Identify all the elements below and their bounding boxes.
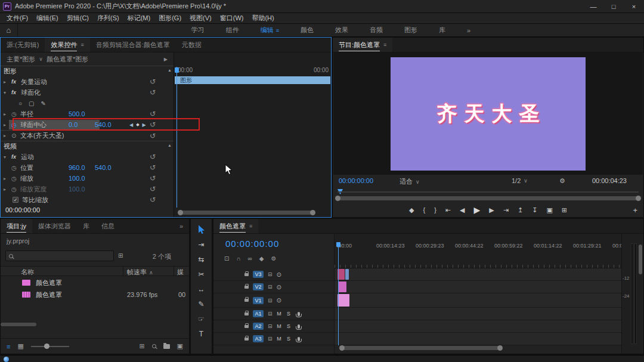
- column-frame-rate[interactable]: 帧速率 ∧: [127, 268, 153, 277]
- search-box[interactable]: [5, 250, 114, 261]
- effect-row-text[interactable]: ▸ ⊙ 文本(齐天大圣) ↺: [1, 130, 174, 141]
- workspace-tab-assembly[interactable]: 组件: [226, 26, 239, 35]
- panel-menu-icon[interactable]: ≡: [383, 42, 386, 48]
- button-editor-button[interactable]: +: [633, 206, 637, 215]
- chevron-right-icon[interactable]: ▸: [4, 133, 11, 138]
- reset-effect-icon[interactable]: ↺: [150, 133, 156, 139]
- automate-to-sequence-button[interactable]: ⊞: [139, 342, 144, 350]
- extract-button[interactable]: ↧: [532, 206, 537, 214]
- track-target-button[interactable]: V2: [253, 283, 264, 290]
- find-button[interactable]: [152, 344, 156, 348]
- icon-view-button[interactable]: ▦: [17, 342, 23, 350]
- effect-row-spherize[interactable]: ▾ fx 球面化 ↺: [1, 87, 174, 98]
- master-clip-dropdown[interactable]: 主要*图形: [7, 55, 35, 64]
- label-color-chip[interactable]: [22, 280, 30, 286]
- track-output-eye-icon[interactable]: ⊙: [277, 271, 281, 278]
- next-keyframe-icon[interactable]: ▶: [143, 122, 146, 128]
- reset-param-icon[interactable]: ↺: [150, 186, 156, 192]
- go-to-in-button[interactable]: ⇤: [445, 206, 451, 214]
- step-forward-button[interactable]: ▶: [489, 206, 494, 214]
- mini-timeline-ruler[interactable]: 00:00 00:00: [178, 67, 329, 75]
- mute-button[interactable]: M: [277, 311, 282, 317]
- timeline-ruler[interactable]: :00:00 00:00:14:23 00:00:29:23 00:00:44:…: [335, 234, 621, 268]
- mute-button[interactable]: M: [277, 336, 282, 342]
- project-row-sequence[interactable]: 颜色遮罩 23.976 fps 00: [1, 289, 189, 301]
- ellipse-mask-icon[interactable]: ○: [18, 100, 22, 107]
- lock-icon[interactable]: [244, 299, 249, 302]
- track-target-button[interactable]: V1: [253, 297, 264, 304]
- reset-param-icon[interactable]: ↺: [150, 175, 156, 181]
- ripple-edit-tool-button[interactable]: ⇆: [196, 255, 208, 264]
- menu-sequence[interactable]: 序列(S): [93, 14, 123, 23]
- sync-lock-icon[interactable]: ⊟: [268, 323, 273, 329]
- new-item-button[interactable]: ▣: [177, 342, 183, 350]
- position-x-value[interactable]: 960.0: [69, 164, 85, 171]
- nest-toggle-icon[interactable]: ⊡: [224, 255, 229, 262]
- lock-icon[interactable]: [244, 325, 249, 328]
- export-frame-button[interactable]: ▣: [546, 206, 552, 214]
- compare-view-button[interactable]: ⊞: [562, 206, 567, 214]
- sync-lock-icon[interactable]: ⊟: [268, 271, 273, 277]
- column-media[interactable]: 媒: [177, 268, 184, 277]
- tab-metadata[interactable]: 元数据: [176, 38, 208, 52]
- stopwatch-icon[interactable]: ◷: [11, 165, 20, 171]
- menu-markers[interactable]: 标记(M): [123, 14, 155, 23]
- menu-graphics[interactable]: 图形(G): [154, 14, 185, 23]
- timeline-clip[interactable]: [345, 269, 349, 280]
- collapse-icon[interactable]: ▲: [168, 68, 172, 72]
- panel-menu-icon[interactable]: ≡: [249, 223, 252, 229]
- param-row-scale-width[interactable]: ▸ ◷ 缩放宽度 100.0 ↺: [1, 184, 174, 194]
- add-marker-button[interactable]: ◆: [409, 206, 414, 214]
- workspace-menu-icon[interactable]: ≡: [276, 27, 279, 33]
- column-name[interactable]: 名称: [21, 268, 34, 277]
- chevron-right-icon[interactable]: ▸: [4, 79, 11, 85]
- mute-button[interactable]: M: [277, 323, 282, 329]
- track-target-button[interactable]: A2: [253, 323, 264, 330]
- timeline-vertical-scrollbar[interactable]: [639, 245, 642, 274]
- fx-badge-icon[interactable]: fx: [11, 89, 21, 95]
- param-row-radius[interactable]: ▸ ◷ 半径 500.0 ↺: [1, 109, 174, 119]
- track-lane-a2[interactable]: [335, 320, 621, 333]
- list-view-button[interactable]: ≡: [7, 343, 10, 350]
- tab-overflow-icon[interactable]: »: [174, 219, 189, 233]
- collapse-icon[interactable]: ▲: [168, 143, 172, 147]
- zoom-slider-knob[interactable]: [44, 344, 49, 349]
- track-lane-a3[interactable]: [335, 333, 621, 345]
- previous-keyframe-icon[interactable]: ◀: [129, 122, 133, 128]
- tab-source-monitor[interactable]: 源:(无剪辑): [1, 38, 45, 52]
- stopwatch-icon[interactable]: ◷: [11, 175, 20, 182]
- stopwatch-icon[interactable]: ◷: [11, 111, 20, 117]
- tab-sequence[interactable]: 颜色遮罩 ≡: [213, 219, 258, 233]
- tab-audio-clip-mixer[interactable]: 音频剪辑混合器:颜色遮罩: [90, 38, 176, 52]
- lock-icon[interactable]: [244, 313, 249, 315]
- workspace-tab-graphics[interactable]: 图形: [404, 26, 417, 35]
- tab-media-browser[interactable]: 媒体浏览器: [32, 219, 77, 233]
- solo-button[interactable]: S: [286, 323, 292, 329]
- workspace-tab-audio[interactable]: 音频: [370, 26, 383, 35]
- param-row-position[interactable]: ◷ 位置 960.0 540.0 ↺: [1, 162, 174, 173]
- add-marker-icon[interactable]: ◆: [259, 255, 264, 262]
- chevron-right-icon[interactable]: ▸: [4, 176, 11, 181]
- lift-button[interactable]: ↥: [518, 206, 523, 214]
- reset-param-icon[interactable]: ↺: [150, 122, 156, 128]
- chevron-right-icon[interactable]: ▸: [4, 112, 11, 117]
- snap-icon[interactable]: ∩: [236, 255, 240, 262]
- reset-param-icon[interactable]: ↺: [150, 197, 156, 203]
- workspace-overflow-icon[interactable]: »: [467, 27, 470, 34]
- solo-button[interactable]: S: [286, 336, 292, 342]
- menu-edit[interactable]: 编辑(E): [32, 14, 63, 23]
- workspace-tab-learning[interactable]: 学习: [191, 26, 205, 35]
- track-lane-v2[interactable]: [335, 281, 621, 293]
- chevron-right-icon[interactable]: ▸: [4, 187, 11, 192]
- new-bin-button[interactable]: [163, 344, 170, 349]
- sync-lock-icon[interactable]: ⊟: [268, 336, 273, 342]
- track-target-button[interactable]: A1: [253, 310, 264, 317]
- track-output-eye-icon[interactable]: ⊙: [277, 297, 281, 304]
- workspace-tab-editing[interactable]: 编辑 ≡: [261, 26, 279, 35]
- project-row-color-matte[interactable]: 颜色遮罩: [1, 277, 189, 289]
- track-lane-v1[interactable]: [335, 293, 621, 308]
- sequence-icon[interactable]: [22, 292, 30, 298]
- track-lane-a1[interactable]: [335, 308, 621, 320]
- pen-tool-button[interactable]: ✎: [196, 299, 208, 309]
- breadcrumb-arrow-icon[interactable]: ▶: [164, 57, 168, 62]
